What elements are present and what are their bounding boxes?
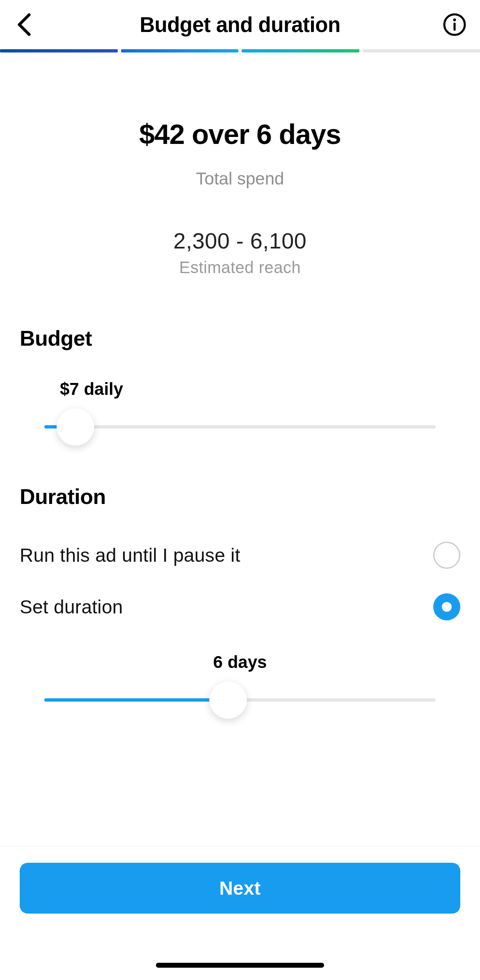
next-button[interactable]: Next <box>20 863 460 914</box>
progress-step-1 <box>0 49 118 52</box>
home-indicator <box>156 963 324 968</box>
info-button[interactable] <box>441 11 468 38</box>
radio-off-icon <box>433 542 460 569</box>
duration-value-label: 6 days <box>20 652 460 672</box>
svg-point-1 <box>453 18 456 21</box>
estimated-reach-label: Estimated reach <box>0 258 480 277</box>
duration-slider[interactable] <box>20 679 460 720</box>
chevron-left-icon <box>16 12 32 37</box>
duration-option-until-pause-label: Run this ad until I pause it <box>20 544 240 566</box>
page-title: Budget and duration <box>139 13 340 37</box>
duration-heading: Duration <box>20 484 460 509</box>
radio-on-icon <box>433 593 460 620</box>
budget-section: Budget $7 daily <box>0 326 480 447</box>
header: Budget and duration <box>0 0 480 49</box>
summary-block: $42 over 6 days Total spend 2,300 - 6,10… <box>0 52 480 277</box>
back-button[interactable] <box>10 10 39 39</box>
svg-rect-2 <box>453 23 455 31</box>
duration-slider-thumb[interactable] <box>209 681 247 719</box>
budget-slider-track <box>44 425 436 428</box>
budget-slider[interactable] <box>20 406 460 447</box>
footer: Next <box>0 846 480 980</box>
duration-option-set-duration-label: Set duration <box>20 596 123 618</box>
estimated-reach-value: 2,300 - 6,100 <box>0 228 480 253</box>
progress-step-2 <box>121 49 239 52</box>
duration-section: Duration Run this ad until I pause it Se… <box>0 484 480 720</box>
budget-heading: Budget <box>20 326 460 351</box>
duration-slider-fill <box>44 698 228 702</box>
total-spend-value: $42 over 6 days <box>0 118 480 150</box>
progress-step-4 <box>363 49 480 52</box>
duration-option-until-pause[interactable]: Run this ad until I pause it <box>20 542 460 569</box>
budget-value-label: $7 daily <box>60 379 460 399</box>
progress-step-3 <box>242 49 359 52</box>
progress-bar <box>0 49 480 52</box>
total-spend-label: Total spend <box>0 169 480 189</box>
info-icon <box>443 13 466 36</box>
budget-slider-thumb[interactable] <box>57 408 94 446</box>
duration-option-set-duration[interactable]: Set duration <box>20 593 460 620</box>
